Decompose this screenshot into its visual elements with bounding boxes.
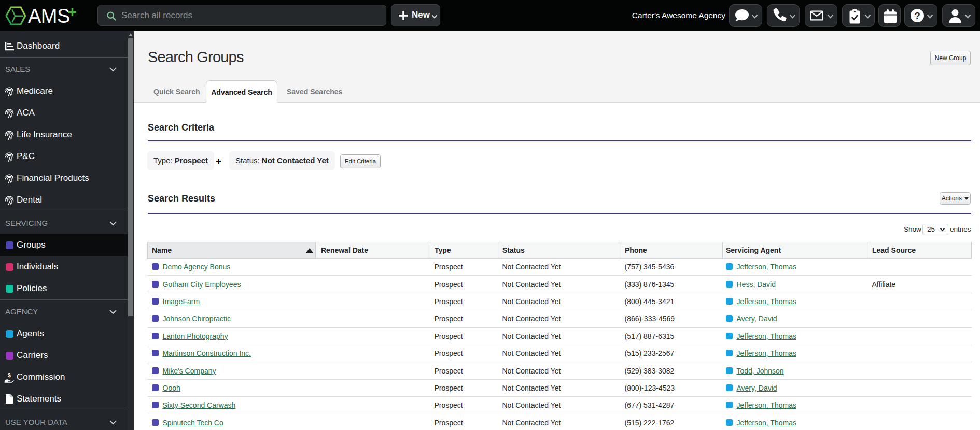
svg-text:$: $ [8,372,11,378]
svg-text:?: ? [914,10,920,21]
